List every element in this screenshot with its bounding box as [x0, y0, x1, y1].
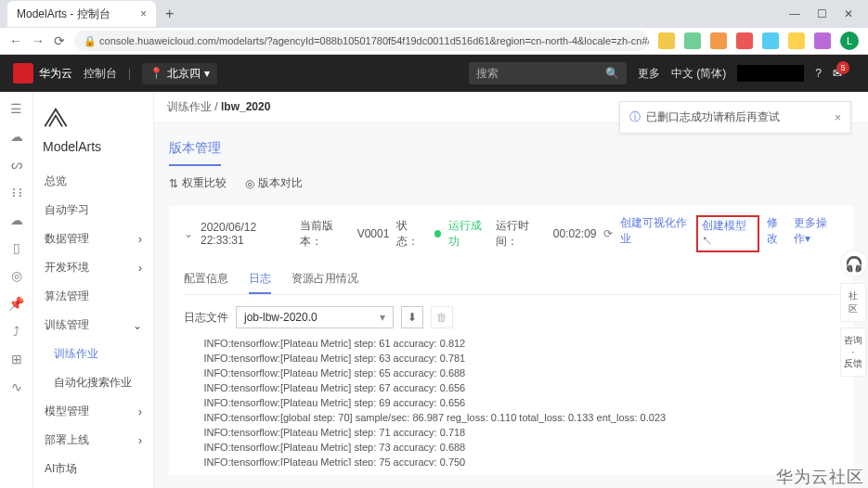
nav-back-icon[interactable]: ← — [9, 33, 22, 48]
graph-icon[interactable]: ᔕ — [11, 157, 22, 172]
tab-title: ModelArts - 控制台 — [17, 6, 110, 22]
sidebar-item-label: AI市场 — [45, 461, 77, 477]
log-file-select[interactable]: job-lbw-2020.0 ▾ — [236, 306, 394, 328]
cloud-topnav: 华为云 控制台 | 📍 北京四 ▾ 搜索 🔍 更多 中文 (简体) ? ✉ 5 — [0, 55, 868, 92]
log-line: INFO:tensorflow:[Plateau Metric] step: 7… — [184, 455, 838, 466]
locale-link[interactable]: 中文 (简体) — [671, 66, 726, 82]
sidebar-item[interactable]: 数据管理› — [43, 225, 144, 253]
ext-icon[interactable] — [658, 32, 675, 49]
sidebar-item[interactable]: 算法管理 — [43, 282, 144, 311]
refresh-icon[interactable]: ⟳ — [603, 227, 613, 240]
ext-icon[interactable] — [814, 32, 831, 49]
ext-icon[interactable] — [736, 32, 753, 49]
job-actions: 创建可视化作业 创建模型 ↖ 修改 更多操作▾ — [620, 215, 838, 252]
top-search-input[interactable]: 搜索 🔍 — [469, 62, 627, 84]
profile-avatar[interactable]: L — [840, 32, 859, 50]
search-icon: 🔍 — [605, 67, 619, 80]
browser-chrome: ModelArts - 控制台 × + — ☐ ✕ ← → ⟳ 🔒 consol… — [0, 0, 868, 55]
console-link[interactable]: 控制台 — [84, 66, 117, 82]
icon-rail: ☰ ☁ ᔕ ⫶⫶ ☁ ▯ ◎ 📌 ⤴ ⊞ ∿ — [0, 92, 33, 488]
nav-forward-icon[interactable]: → — [32, 33, 45, 48]
sidebar-item[interactable]: 模型管理› — [43, 397, 144, 426]
status-dot-icon — [434, 230, 441, 238]
sidebar-item[interactable]: ModelArts Pro› — [43, 483, 144, 488]
link-icon[interactable]: ◎ — [11, 268, 22, 283]
info-icon: ⓘ — [629, 109, 641, 125]
log-line: INFO:tensorflow:[Plateau Metric] step: 6… — [184, 395, 838, 410]
support-icon[interactable]: 🎧 — [840, 250, 868, 277]
tab-config[interactable]: 配置信息 — [184, 265, 228, 294]
sidebar-item-label: 总览 — [45, 173, 67, 189]
close-icon[interactable]: × — [140, 7, 147, 20]
cloud2-icon[interactable]: ☁ — [10, 212, 23, 227]
log-line: INFO:tensorflow:[Plateau Metric] step: 6… — [184, 336, 838, 351]
more-link[interactable]: 更多 — [638, 66, 660, 82]
close-window-icon[interactable]: ✕ — [844, 7, 853, 20]
download-button[interactable]: ⬇ — [401, 306, 423, 328]
region-selector[interactable]: 📍 北京四 ▾ — [142, 63, 217, 84]
share-icon[interactable]: ⤴ — [13, 324, 19, 339]
ext-icon[interactable] — [788, 32, 805, 49]
wave-icon[interactable]: ∿ — [11, 379, 22, 394]
window-controls: — ☐ ✕ — [789, 7, 868, 20]
user-account[interactable] — [737, 65, 804, 82]
ext-icon[interactable] — [762, 32, 779, 49]
more-ops-link[interactable]: 更多操作▾ — [794, 215, 838, 252]
separator: | — [128, 67, 131, 80]
state-label: 状态： — [396, 218, 426, 250]
sidebar-item-label: 部署上线 — [45, 432, 89, 448]
breadcrumb-root[interactable]: 训练作业 — [167, 100, 212, 113]
pin-icon[interactable]: 📌 — [8, 296, 24, 311]
sidebar-item[interactable]: 训练作业 — [43, 340, 144, 368]
sidebar-item-label: 训练作业 — [54, 346, 98, 362]
sidebar-item[interactable]: 自动化搜索作业 — [43, 368, 144, 397]
create-model-link[interactable]: 创建模型 — [702, 219, 746, 232]
new-tab-button[interactable]: + — [165, 6, 174, 22]
expand-icon: › — [138, 262, 142, 275]
sort-button[interactable]: ⇅ 权重比较 — [169, 175, 227, 191]
tab-resource[interactable]: 资源占用情况 — [291, 265, 358, 294]
compare-button[interactable]: ◎ 版本对比 — [245, 175, 303, 191]
job-date: 2020/06/12 22:33:31 — [201, 221, 292, 247]
url-input[interactable]: 🔒 console.huaweicloud.com/modelarts/?age… — [74, 31, 649, 51]
log-selector-row: 日志文件 job-lbw-2020.0 ▾ ⬇ 🗑 — [184, 306, 838, 328]
sidebar-item-label: 模型管理 — [45, 404, 89, 419]
region-label: 北京四 — [167, 66, 201, 82]
create-vis-link[interactable]: 创建可视化作业 — [620, 215, 689, 252]
chevron-down-icon[interactable]: ⌄ — [184, 227, 193, 240]
sidebar-item[interactable]: 部署上线› — [43, 426, 144, 455]
sidebar-item-label: 自动学习 — [45, 202, 89, 218]
menu-icon[interactable]: ☰ — [10, 101, 22, 116]
browser-tab[interactable]: ModelArts - 控制台 × — [7, 1, 156, 27]
expand-icon: › — [138, 233, 142, 246]
pin-icon: 📍 — [149, 67, 163, 80]
ext-icon[interactable] — [710, 32, 727, 49]
ext-icon[interactable] — [684, 32, 701, 49]
minimize-icon[interactable]: — — [789, 7, 800, 20]
cloud-icon[interactable]: ☁ — [10, 129, 23, 144]
feedback-widget[interactable]: 咨询·反馈 — [840, 327, 866, 377]
device-icon[interactable]: ▯ — [13, 240, 20, 255]
tab-log[interactable]: 日志 — [249, 265, 271, 294]
brand-logo[interactable]: 华为云 — [13, 63, 72, 83]
notification-toast: ⓘ 已删口志成功请稍后再查试 × — [619, 101, 851, 134]
help-icon[interactable]: ? — [815, 67, 822, 80]
highlight-box: 创建模型 ↖ — [696, 215, 759, 252]
close-icon[interactable]: × — [835, 111, 841, 124]
community-widget[interactable]: 社区 — [840, 283, 866, 322]
sidebar-item[interactable]: 总览 — [43, 167, 144, 196]
grid-icon[interactable]: ⊞ — [11, 352, 22, 366]
sidebar-item[interactable]: 训练管理⌄ — [43, 311, 144, 340]
notifications[interactable]: ✉ 5 — [833, 67, 855, 80]
modify-link[interactable]: 修改 — [767, 215, 786, 252]
watermark: 华为云社区 — [776, 466, 864, 488]
chevron-down-icon: ▾ — [380, 311, 385, 324]
sidebar-item-label: 自动化搜索作业 — [54, 375, 132, 391]
modelarts-logo-icon — [43, 105, 69, 131]
reload-icon[interactable]: ⟳ — [54, 33, 65, 48]
sidebar-item[interactable]: 自动学习 — [43, 196, 144, 225]
maximize-icon[interactable]: ☐ — [817, 7, 827, 20]
bars-icon[interactable]: ⫶⫶ — [10, 185, 23, 199]
sidebar-item[interactable]: AI市场 — [43, 455, 144, 483]
sidebar-item[interactable]: 开发环境› — [43, 253, 144, 282]
